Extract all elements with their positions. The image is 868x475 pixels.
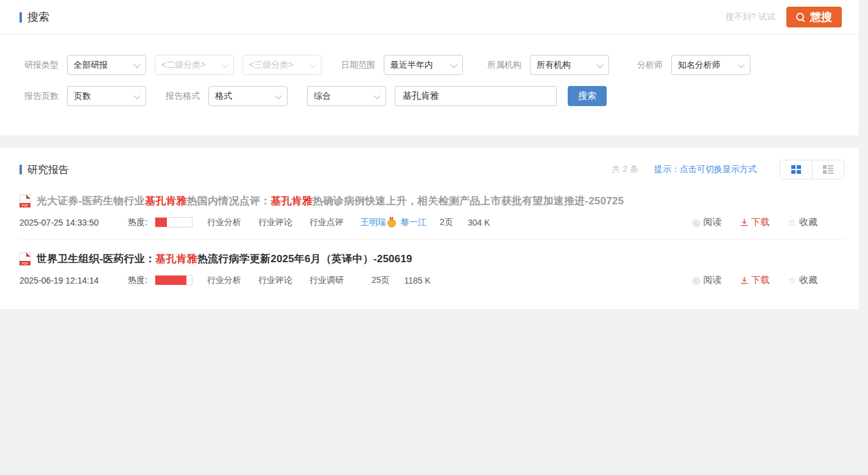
report-tag: 行业调研: [309, 275, 344, 286]
report-pages-label: 报告页数: [24, 91, 58, 102]
pdf-icon[interactable]: PDF: [19, 195, 30, 208]
download-icon: [740, 276, 749, 285]
report-format-value: 格式: [215, 91, 232, 102]
heat-bar: [155, 217, 192, 227]
pdf-icon[interactable]: PDF: [19, 252, 30, 266]
analyst-label: 分析师: [637, 60, 663, 71]
level3-category-value: <三级分类>: [249, 60, 293, 71]
report-tag: 行业评论: [258, 217, 292, 228]
download-icon: [740, 218, 749, 227]
page: 搜索 搜不到? 试试 慧搜 研报类型 全部研报 <二级分类> <三级分类>: [0, 0, 868, 475]
filter-panel: 研报类型 全部研报 <二级分类> <三级分类> 日期范围 最近半年内 所属机构 …: [0, 35, 859, 135]
page-title-text: 搜索: [27, 10, 49, 24]
page-count: 2页: [440, 217, 453, 228]
keyword-highlight: 基孔肯雅: [270, 195, 312, 207]
heat-fill: [155, 276, 186, 285]
download-button[interactable]: 下载: [740, 216, 770, 228]
level2-category-select[interactable]: <二级分类>: [155, 55, 234, 75]
grid-view-icon: [791, 165, 801, 174]
smart-search-label: 慧搜: [810, 10, 832, 24]
results-panel: 研究报告 共 2 条 提示：点击可切换显示方式 PDF 光大证券-医药生: [0, 148, 859, 309]
display-mode-tip: 提示：点击可切换显示方式: [654, 164, 757, 175]
report-tag: 行业分析: [207, 217, 241, 228]
title-accent-bar: [19, 165, 22, 174]
analyst-link[interactable]: 王明瑞: [361, 217, 386, 228]
report-date: 2025-07-25 14:33:50: [19, 218, 128, 227]
heat-label: 热度:: [128, 275, 147, 286]
report-date: 2025-06-19 12:14:14: [19, 276, 128, 285]
report-tag: 行业评论: [258, 275, 292, 286]
report-title-link[interactable]: 世界卫生组织-医药行业：基孔肯雅热流行病学更新2025年6月（英译中）-2506…: [37, 252, 412, 266]
file-size: 1185 K: [404, 276, 430, 285]
title-accent-bar: [19, 12, 22, 23]
chevron-down-icon: [133, 92, 140, 99]
smart-search-button[interactable]: 慧搜: [786, 7, 842, 27]
result-row: PDF 光大证券-医药生物行业基孔肯雅热国内情况点评：基孔肯雅热确诊病例快速上升…: [0, 182, 844, 239]
read-button[interactable]: ◎阅读: [692, 216, 721, 228]
results-title: 研究报告: [19, 163, 69, 177]
report-format-label: 报告格式: [166, 91, 200, 102]
favorite-button[interactable]: ☆收藏: [788, 216, 817, 228]
analyst-link[interactable]: 黎一江: [401, 217, 426, 228]
star-icon: ☆: [788, 276, 796, 285]
sort-value: 综合: [314, 91, 331, 102]
report-pages-value: 页数: [74, 91, 91, 102]
chevron-down-icon: [221, 61, 228, 68]
report-tag: 行业分析: [207, 275, 241, 286]
heat-fill: [155, 218, 167, 227]
date-range-value: 最近半年内: [390, 60, 433, 71]
keyword-highlight: 基孔肯雅: [145, 195, 187, 207]
analyst-select[interactable]: 知名分析师: [671, 55, 750, 75]
eye-icon: ◎: [692, 218, 700, 227]
list-view-icon: [823, 165, 833, 174]
date-range-select[interactable]: 最近半年内: [384, 55, 463, 75]
svg-text:PDF: PDF: [22, 204, 29, 207]
report-tag: 行业点评: [309, 217, 344, 228]
eye-icon: ◎: [692, 276, 700, 285]
chevron-down-icon: [275, 92, 281, 99]
favorite-button[interactable]: ☆收藏: [788, 274, 817, 286]
chevron-down-icon: [373, 92, 380, 99]
heat-bar: [155, 275, 192, 285]
date-range-label: 日期范围: [341, 60, 375, 71]
search-button[interactable]: 搜索: [568, 86, 607, 106]
chevron-down-icon: [596, 61, 603, 68]
analyst-value: 知名分析师: [678, 60, 721, 71]
sort-select[interactable]: 综合: [307, 86, 386, 106]
chevron-down-icon: [133, 61, 140, 68]
report-title-link[interactable]: 光大证券-医药生物行业基孔肯雅热国内情况点评：基孔肯雅热确诊病例快速上升，相关检…: [37, 194, 624, 208]
svg-text:PDF: PDF: [22, 262, 29, 265]
organization-value: 所有机构: [537, 60, 571, 71]
report-type-label: 研报类型: [24, 60, 58, 71]
page-title: 搜索: [19, 10, 49, 24]
chevron-down-icon: [738, 61, 744, 68]
file-size: 304 K: [468, 218, 490, 227]
grid-view-button[interactable]: [780, 160, 812, 179]
result-count: 共 2 条: [612, 164, 638, 175]
header-bar: 搜索 搜不到? 试试 慧搜: [0, 0, 859, 35]
level2-category-value: <二级分类>: [161, 60, 205, 71]
view-toggle-group: [780, 160, 844, 179]
report-pages-select[interactable]: 页数: [67, 86, 146, 106]
chevron-down-icon: [450, 61, 457, 68]
report-format-select[interactable]: 格式: [208, 86, 288, 106]
star-icon: ☆: [788, 218, 796, 227]
organization-select[interactable]: 所有机构: [530, 55, 609, 75]
page-count: 25页: [372, 275, 390, 286]
list-view-button[interactable]: [812, 160, 844, 179]
results-title-text: 研究报告: [27, 163, 69, 177]
search-hint-text: 搜不到? 试试: [725, 12, 775, 23]
download-button[interactable]: 下载: [740, 274, 770, 286]
keyword-input[interactable]: [395, 86, 557, 106]
result-row: PDF 世界卫生组织-医药行业：基孔肯雅热流行病学更新2025年6月（英译中）-…: [0, 240, 844, 297]
report-type-select[interactable]: 全部研报: [67, 55, 146, 75]
chevron-down-icon: [309, 61, 316, 68]
read-button[interactable]: ◎阅读: [692, 274, 721, 286]
report-type-value: 全部研报: [74, 60, 108, 71]
keyword-highlight: 基孔肯雅: [155, 253, 197, 265]
level3-category-select[interactable]: <三级分类>: [242, 55, 322, 75]
heat-label: 热度:: [128, 217, 147, 228]
medal-icon: [387, 219, 396, 227]
organization-label: 所属机构: [487, 60, 521, 71]
search-icon: [796, 13, 805, 22]
